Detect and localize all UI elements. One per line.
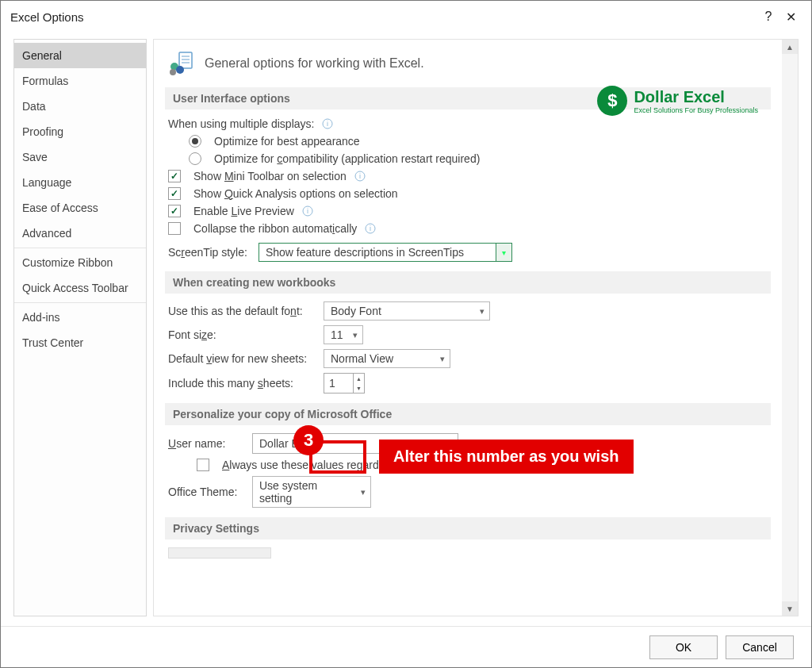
sheets-count-label: Include this many sheets: [168,377,319,390]
checkbox-always-use-values[interactable] [197,459,209,471]
dollar-icon: $ [597,86,627,116]
user-name-label: User name: [168,437,247,450]
section-new-workbooks: When creating new workbooks [165,271,771,294]
office-theme-select[interactable]: Use system setting [252,476,371,508]
sidebar-item-proofing[interactable]: Proofing [14,119,146,144]
info-icon[interactable]: i [365,223,376,234]
titlebar: Excel Options ? ✕ [1,1,811,33]
spinner-up-icon[interactable]: ▲ [354,374,364,383]
dialog-footer: OK Cancel [1,626,811,667]
svg-point-6 [170,69,176,75]
general-options-icon [168,51,193,76]
radio-optimize-appearance[interactable] [189,135,201,148]
screentip-select[interactable]: Show feature descriptions in ScreenTips … [259,243,512,262]
sidebar-item-customize-ribbon[interactable]: Customize Ribbon [14,250,146,275]
sidebar-item-ease-of-access[interactable]: Ease of Access [14,195,146,221]
sidebar-item-add-ins[interactable]: Add-ins [14,305,146,330]
excel-options-dialog: Excel Options ? ✕ General Formulas Data … [0,0,812,668]
sidebar-item-data[interactable]: Data [14,94,146,119]
info-icon[interactable]: i [354,171,366,182]
annotation-step-badge: 3 [293,425,324,455]
default-view-label: Default view for new sheets: [168,352,319,365]
sidebar-divider [14,248,146,248]
multi-display-label: When using multiple displays: [168,117,314,130]
info-icon[interactable]: i [322,118,333,129]
scroll-down-icon[interactable]: ▼ [782,601,798,616]
svg-point-5 [176,66,184,74]
brand-tagline: Excel Solutions For Busy Professionals [634,106,758,114]
annotation-callout: Alter this number as you wish [379,440,634,474]
section-privacy: Privacy Settings [165,517,771,539]
sidebar-divider [14,302,146,303]
chevron-down-icon: ▾ [496,244,511,261]
sidebar-item-general[interactable]: General [14,43,146,68]
brand-name: Dollar Excel [634,88,758,106]
spinner-down-icon[interactable]: ▼ [354,383,364,393]
svg-text:i: i [327,120,328,128]
sidebar-item-quick-access-toolbar[interactable]: Quick Access Toolbar [14,275,146,301]
category-sidebar: General Formulas Data Proofing Save Lang… [13,39,147,616]
font-size-select[interactable]: 11 [324,325,363,344]
checkbox-live-preview-label: Enable Live Preview [193,205,294,217]
section-personalize: Personalize your copy of Microsoft Offic… [165,403,771,425]
window-title: Excel Options [10,10,84,24]
radio-optimize-compatibility-label: Optimize for compatibility (application … [214,152,480,165]
sidebar-item-formulas[interactable]: Formulas [14,68,146,94]
sidebar-item-save[interactable]: Save [14,144,146,170]
font-size-label: Font size: [168,328,319,341]
help-button[interactable]: ? [757,10,779,24]
checkbox-live-preview[interactable] [168,205,181,217]
office-theme-label: Office Theme: [168,486,247,498]
radio-optimize-compatibility[interactable] [189,152,201,165]
info-icon[interactable]: i [302,205,313,217]
sheets-count-spinner[interactable]: 1 ▲▼ [324,373,365,394]
svg-text:i: i [370,225,371,232]
hero-text: General options for working with Excel. [205,56,424,71]
close-button[interactable]: ✕ [779,10,802,25]
svg-text:i: i [307,207,308,215]
cancel-button[interactable]: Cancel [726,635,794,659]
checkbox-quick-analysis-label: Show Quick Analysis options on selection [193,187,398,200]
scroll-up-icon[interactable]: ▲ [782,40,798,54]
sidebar-item-advanced[interactable]: Advanced [14,221,146,246]
scrollbar[interactable]: ▲ ▼ [782,40,798,616]
screentip-label: ScreenTip style: [168,246,247,259]
checkbox-mini-toolbar[interactable] [168,170,181,182]
ok-button[interactable]: OK [649,635,718,659]
svg-text:i: i [359,172,361,180]
sidebar-item-language[interactable]: Language [14,170,146,195]
radio-optimize-appearance-label: Optimize for best appearance [214,135,360,148]
sidebar-item-trust-center[interactable]: Trust Center [14,330,146,355]
checkbox-mini-toolbar-label: Show Mini Toolbar on selection [193,170,347,182]
checkbox-collapse-ribbon-label: Collapse the ribbon automatically [193,222,357,235]
privacy-button-truncated[interactable] [168,547,271,559]
default-font-label: Use this as the default font: [168,305,319,317]
default-font-select[interactable]: Body Font [324,301,490,321]
svg-rect-0 [179,52,192,68]
checkbox-quick-analysis[interactable] [168,187,181,200]
checkbox-collapse-ribbon[interactable] [168,222,181,235]
brand-badge: $ Dollar Excel Excel Solutions For Busy … [597,86,758,116]
options-content: General options for working with Excel. … [154,40,782,616]
default-view-select[interactable]: Normal View [324,349,450,368]
